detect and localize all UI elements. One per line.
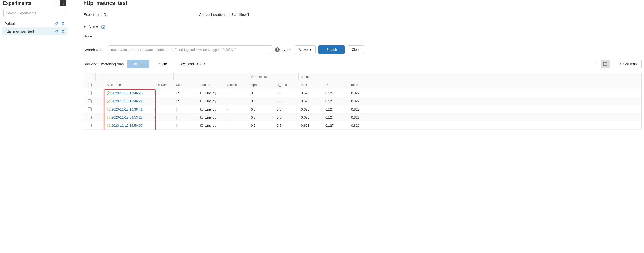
col-alpha[interactable]: alpha: [248, 83, 274, 87]
download-icon: [203, 62, 206, 66]
metric-r2: 0.127: [323, 116, 349, 119]
artifact-location-value: s3://mlflow/1: [230, 12, 250, 16]
status-success-icon: [107, 92, 110, 95]
table-row: 2020-11-13 10:38:41 - ljh wine.py - 0.5 …: [84, 105, 641, 113]
edit-notes-icon[interactable]: [102, 25, 105, 29]
experiment-id-value: 1: [111, 12, 113, 16]
run-version: -: [224, 124, 248, 128]
run-user: ljh: [174, 108, 198, 111]
main: http_metrics_test Experiment ID : 1 Arti…: [69, 0, 644, 130]
run-user: ljh: [174, 116, 198, 119]
param-l1-ratio: 0.5: [274, 124, 298, 128]
col-start-time[interactable]: Start Time: [104, 83, 152, 87]
row-checkbox[interactable]: [88, 124, 92, 128]
run-name: -: [152, 108, 174, 111]
laptop-icon: [200, 100, 203, 102]
notes-toggle[interactable]: ▼ Notes: [84, 24, 642, 29]
run-name: -: [152, 91, 174, 95]
run-start-time-link[interactable]: 2020-11-13 10:46:25: [112, 91, 142, 95]
col-mae[interactable]: mae: [298, 83, 323, 87]
experiment-name: Default: [4, 22, 16, 26]
row-checkbox[interactable]: [88, 99, 92, 103]
col-group-metrics: Metrics: [298, 73, 641, 81]
param-alpha: 0.5: [248, 99, 274, 103]
param-alpha: 0.5: [248, 108, 274, 111]
metric-mae: 0.628: [298, 99, 323, 103]
grid-view-button[interactable]: [600, 60, 610, 68]
run-start-time-link[interactable]: 2020-11-10 15:50:07: [112, 124, 142, 128]
run-name: -: [152, 124, 174, 128]
select-all-checkbox[interactable]: [88, 83, 92, 87]
search-experiments-input[interactable]: [3, 9, 66, 17]
metric-r2: 0.127: [323, 108, 349, 111]
param-alpha: 0.5: [248, 91, 274, 95]
metric-rmse: 0.822: [349, 124, 372, 128]
run-version: -: [224, 99, 248, 103]
metric-mae: 0.628: [298, 91, 323, 95]
col-r2[interactable]: r2: [323, 83, 349, 87]
status-success-icon: [107, 108, 110, 111]
list-icon: [594, 62, 598, 66]
run-source[interactable]: wine.py: [198, 124, 224, 128]
run-source[interactable]: wine.py: [198, 91, 224, 95]
row-checkbox[interactable]: [88, 116, 92, 119]
param-l1-ratio: 0.5: [274, 99, 298, 103]
metric-rmse: 0.822: [349, 108, 372, 111]
sidebar-experiment-item[interactable]: Default: [2, 20, 67, 28]
run-start-time-link[interactable]: 2020-11-13 10:38:41: [112, 108, 142, 111]
col-version[interactable]: Version: [224, 83, 248, 87]
col-l1-ratio[interactable]: l1_ratio: [274, 83, 298, 87]
trash-icon[interactable]: [61, 30, 65, 34]
param-alpha: 0.5: [248, 124, 274, 128]
artifact-location-label: Artifact Location :: [199, 12, 227, 16]
run-version: -: [224, 91, 248, 95]
metric-rmse: 0.822: [349, 99, 372, 103]
notes-value: None: [84, 34, 642, 38]
add-experiment-button[interactable]: [53, 0, 59, 6]
columns-button[interactable]: Columns: [614, 60, 642, 68]
row-checkbox[interactable]: [88, 91, 92, 95]
list-view-button[interactable]: [592, 60, 600, 68]
delete-button[interactable]: Delete: [153, 60, 171, 68]
param-l1-ratio: 0.5: [274, 116, 298, 119]
edit-icon[interactable]: [54, 22, 58, 26]
run-start-time-link[interactable]: 2020-11-13 09:53:28: [112, 116, 142, 119]
table-row: 2020-11-13 09:53:28 - ljh wine.py - 0.5 …: [84, 113, 641, 122]
matching-runs-text: Showing 5 matching runs: [84, 62, 124, 66]
search-runs-input[interactable]: [108, 45, 272, 54]
run-user: ljh: [174, 124, 198, 128]
col-source[interactable]: Source: [198, 83, 224, 87]
run-version: -: [224, 116, 248, 119]
run-version: -: [224, 108, 248, 111]
search-button[interactable]: Search: [318, 45, 345, 54]
help-icon[interactable]: ?: [275, 48, 280, 52]
experiment-name: http_metrics_test: [4, 29, 34, 34]
clear-button[interactable]: Clear: [348, 45, 364, 54]
row-checkbox[interactable]: [88, 108, 92, 111]
run-source[interactable]: wine.py: [198, 116, 224, 119]
col-rmse[interactable]: rmse: [349, 83, 372, 87]
metric-r2: 0.127: [323, 91, 349, 95]
run-start-time-link[interactable]: 2020-11-13 10:46:21: [112, 99, 142, 103]
edit-icon[interactable]: [54, 30, 58, 34]
sidebar: Experiments Default http_metrics_test: [0, 0, 69, 130]
metric-rmse: 0.822: [349, 116, 372, 119]
caret-down-icon: ▼: [84, 26, 86, 28]
col-run-name[interactable]: Run Name: [152, 83, 174, 87]
compare-button[interactable]: Compare: [128, 60, 150, 68]
trash-icon[interactable]: [61, 22, 65, 26]
run-source[interactable]: wine.py: [198, 99, 224, 103]
laptop-icon: [200, 108, 203, 110]
collapse-sidebar-button[interactable]: [60, 0, 66, 6]
chevron-left-icon: [62, 2, 64, 4]
run-user: ljh: [174, 99, 198, 103]
metric-mae: 0.628: [298, 124, 323, 128]
sidebar-experiment-item[interactable]: http_metrics_test: [2, 28, 67, 35]
col-user[interactable]: User: [174, 83, 198, 87]
table-row: 2020-11-13 10:46:25 - ljh wine.py - 0.5 …: [84, 89, 641, 97]
state-dropdown[interactable]: Active ▼: [294, 45, 316, 54]
download-csv-button[interactable]: Download CSV: [175, 60, 210, 68]
table-row: 2020-11-10 15:50:07 - ljh wine.py - 0.5 …: [84, 122, 641, 130]
param-alpha: 0.5: [248, 116, 274, 119]
run-source[interactable]: wine.py: [198, 108, 224, 111]
